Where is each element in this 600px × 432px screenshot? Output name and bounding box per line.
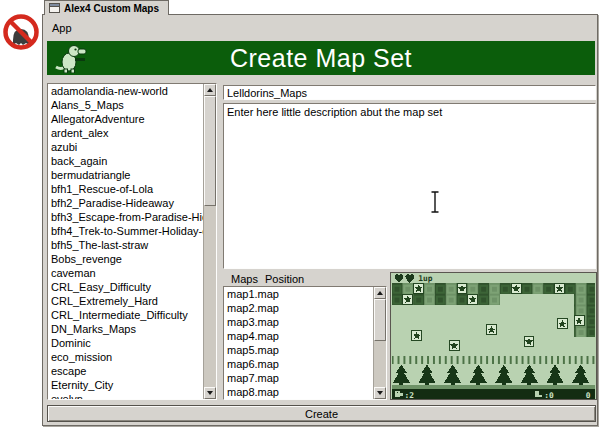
- hud-lives: :2: [404, 391, 414, 399]
- map-file-item[interactable]: map7.map: [224, 371, 373, 385]
- map-file-item[interactable]: map3.map: [224, 315, 373, 329]
- map-set-name-input[interactable]: [223, 85, 596, 100]
- map-file-item[interactable]: map1.map: [224, 287, 373, 301]
- tab-title: Alex4 Custom Maps: [64, 3, 159, 14]
- prohibition-icon: [2, 13, 40, 51]
- map-file-item[interactable]: map5.map: [224, 343, 373, 357]
- map-file-item[interactable]: map4.map: [224, 329, 373, 343]
- scroll-up-button[interactable]: [374, 287, 386, 299]
- map-files-scrollbar[interactable]: [373, 287, 386, 399]
- page-title: Create Map Set: [230, 44, 412, 73]
- map-set-item[interactable]: bfh3_Escape-from-Paradise-Hideaway: [48, 210, 203, 224]
- hud-score: 0: [586, 391, 591, 399]
- game-preview: 1up :2 :0 0: [390, 272, 597, 400]
- maps-panel: Maps Position map1.mapmap2.mapmap3.mapma…: [223, 273, 387, 400]
- window-icon: [49, 3, 60, 13]
- map-set-item[interactable]: Alans_5_Maps: [48, 98, 203, 112]
- map-set-item[interactable]: bfh2_Paradise-Hideaway: [48, 196, 203, 210]
- description-textarea[interactable]: Enter here little description abut the m…: [223, 103, 596, 269]
- down-arrow-icon: [207, 391, 213, 395]
- map-set-scrollbar[interactable]: [203, 84, 216, 399]
- map-set-item[interactable]: ardent_alex: [48, 126, 203, 140]
- map-file-item[interactable]: map2.map: [224, 301, 373, 315]
- up-arrow-icon: [207, 88, 213, 92]
- map-file-item[interactable]: map8.map: [224, 385, 373, 399]
- map-set-item[interactable]: adamolandia-new-world: [48, 84, 203, 98]
- menubar: App: [43, 15, 597, 41]
- map-set-item[interactable]: Eternity_City: [48, 378, 203, 392]
- scrollbar-thumb[interactable]: [374, 299, 386, 341]
- scroll-up-button[interactable]: [204, 84, 216, 96]
- map-set-item[interactable]: CRL_Extremely_Hard: [48, 294, 203, 308]
- alligator-sprite-icon: [54, 43, 88, 73]
- scroll-down-button[interactable]: [204, 387, 216, 399]
- map-set-item[interactable]: bfh1_Rescue-of-Lola: [48, 182, 203, 196]
- map-set-item[interactable]: escape: [48, 364, 203, 378]
- map-set-item[interactable]: CRL_Easy_Difficulty: [48, 280, 203, 294]
- map-set-item[interactable]: AllegatorAdventure: [48, 112, 203, 126]
- column-header-maps[interactable]: Maps: [231, 273, 263, 286]
- map-set-item[interactable]: bermudatriangle: [48, 168, 203, 182]
- oneup-label: 1up: [418, 274, 432, 283]
- map-set-item[interactable]: Bobs_revenge: [48, 252, 203, 266]
- prohibition-app-icon[interactable]: [2, 13, 40, 51]
- map-set-item[interactable]: DN_Marks_Maps: [48, 322, 203, 336]
- map-set-item[interactable]: bfh4_Trek-to-Summer-Holiday-camp: [48, 224, 203, 238]
- maps-panel-header: Maps Position: [223, 273, 387, 286]
- map-set-item[interactable]: bfh5_The-last-straw: [48, 238, 203, 252]
- map-files-list: map1.mapmap2.mapmap3.mapmap4.mapmap5.map…: [224, 287, 373, 399]
- menu-app[interactable]: App: [43, 20, 81, 36]
- map-file-item[interactable]: map6.map: [224, 357, 373, 371]
- banner: Create Map Set: [47, 41, 595, 75]
- map-files-listbox: map1.mapmap2.mapmap3.mapmap4.mapmap5.map…: [223, 286, 387, 400]
- map-set-item[interactable]: eco_mission: [48, 350, 203, 364]
- up-arrow-icon: [377, 291, 383, 295]
- map-set-item[interactable]: caveman: [48, 266, 203, 280]
- create-button[interactable]: Create: [47, 405, 596, 422]
- map-set-item[interactable]: back_again: [48, 154, 203, 168]
- scrollbar-thumb[interactable]: [204, 96, 216, 206]
- map-set-list: adamolandia-new-worldAlans_5_MapsAllegat…: [48, 84, 203, 399]
- map-set-item[interactable]: evelyn: [48, 392, 203, 399]
- map-set-listbox: adamolandia-new-worldAlans_5_MapsAllegat…: [47, 83, 217, 400]
- down-arrow-icon: [377, 391, 383, 395]
- app-window: App Create Map Set adamolandia-new-world…: [42, 14, 598, 426]
- window-tab[interactable]: Alex4 Custom Maps: [44, 0, 169, 15]
- scroll-down-button[interactable]: [374, 387, 386, 399]
- column-header-position[interactable]: Position: [265, 273, 304, 286]
- hud-ammo: :0: [544, 391, 554, 399]
- map-set-item[interactable]: azubi: [48, 140, 203, 154]
- map-set-item[interactable]: CRL_Intermediate_Difficulty: [48, 308, 203, 322]
- map-set-item[interactable]: Dominic: [48, 336, 203, 350]
- ibeam-cursor: [429, 190, 441, 214]
